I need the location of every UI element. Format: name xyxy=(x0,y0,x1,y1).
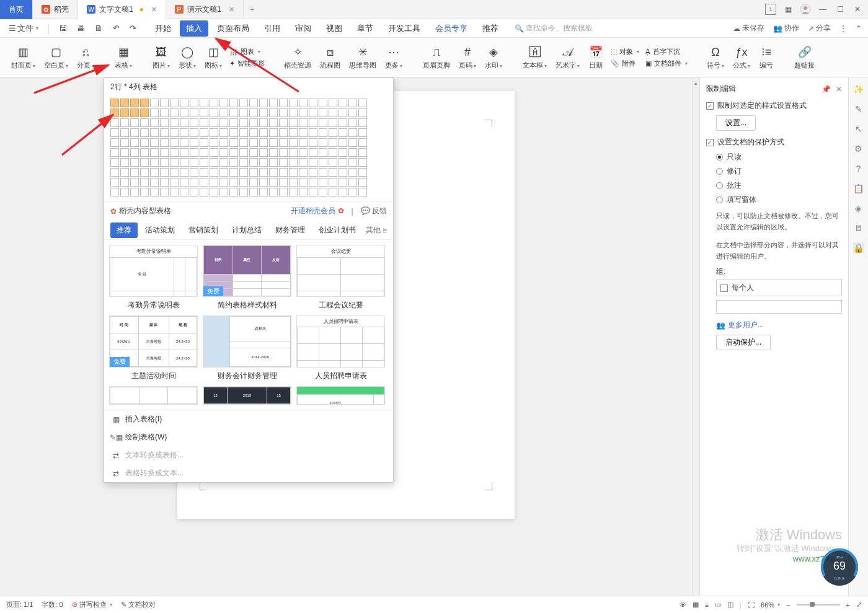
grid-cell[interactable] xyxy=(319,188,327,196)
header-footer-button[interactable]: ⎍页眉页脚 xyxy=(419,39,454,76)
textbox-button[interactable]: 🄰文本框▾ xyxy=(519,39,551,76)
template-item[interactable]: 会议纪要 工程会议纪要 xyxy=(296,245,385,311)
page-break-button[interactable]: ⎌分页▾ xyxy=(73,39,98,76)
grid-cell[interactable] xyxy=(289,188,298,196)
grid-cell[interactable] xyxy=(299,168,308,177)
grid-cell[interactable] xyxy=(348,128,357,137)
grid-cell[interactable] xyxy=(200,148,208,157)
grid-cell[interactable] xyxy=(348,138,357,147)
grid-cell[interactable] xyxy=(339,188,347,196)
grid-cell[interactable] xyxy=(259,108,268,117)
clipboard-icon[interactable]: 📋 xyxy=(853,183,864,194)
grid-cell[interactable] xyxy=(110,148,119,157)
page-number-button[interactable]: #页码▾ xyxy=(455,39,480,76)
grid-cell[interactable] xyxy=(180,168,188,177)
grid-cell[interactable] xyxy=(219,158,228,167)
object-button[interactable]: ⬚对象▾ xyxy=(608,46,642,57)
grid-cell[interactable] xyxy=(358,118,367,127)
zoom-level[interactable]: 66%▾ xyxy=(761,601,780,609)
grid-cell[interactable] xyxy=(269,178,278,187)
grid-cell[interactable] xyxy=(229,148,238,157)
grid-cell[interactable] xyxy=(130,158,139,167)
computer-icon[interactable]: 🖥 xyxy=(853,223,864,234)
smartart-button[interactable]: ✦智能图形 xyxy=(227,58,267,69)
grid-cell[interactable] xyxy=(289,99,298,107)
grid-cell[interactable] xyxy=(210,158,218,167)
speedometer-widget[interactable]: 69 0K/s 0.2K/s xyxy=(817,545,862,589)
grid-cell[interactable] xyxy=(160,158,169,167)
equation-button[interactable]: ƒx公式▾ xyxy=(729,39,754,76)
grid-cell[interactable] xyxy=(219,178,228,187)
grid-cell[interactable] xyxy=(120,158,129,167)
grid-cell[interactable] xyxy=(259,138,268,147)
grid-cell[interactable] xyxy=(319,118,327,127)
grid-cell[interactable] xyxy=(358,99,367,107)
draw-table-action[interactable]: ✎▦绘制表格(W) xyxy=(104,428,393,446)
grid-cell[interactable] xyxy=(229,128,238,137)
symbol-button[interactable]: Ω符号▾ xyxy=(703,39,728,76)
view-outline-icon[interactable]: ≡ xyxy=(705,601,709,609)
grid-cell[interactable] xyxy=(110,138,119,147)
grid-cell[interactable] xyxy=(309,108,317,117)
grid-cell[interactable] xyxy=(219,99,228,107)
apps-grid-icon[interactable]: ▦ xyxy=(782,4,794,15)
grid-cell[interactable] xyxy=(348,148,357,157)
grid-cell[interactable] xyxy=(319,99,327,107)
grid-cell[interactable] xyxy=(289,168,298,177)
grid-cell[interactable] xyxy=(150,158,159,167)
radio-readonly[interactable]: 只读 xyxy=(705,150,843,164)
undo-icon[interactable]: ↶ xyxy=(110,22,122,34)
grid-cell[interactable] xyxy=(309,128,317,137)
grid-cell[interactable] xyxy=(299,178,308,187)
grid-cell[interactable] xyxy=(339,148,347,157)
grid-cell[interactable] xyxy=(150,108,159,117)
collapse-ribbon-icon[interactable]: ⌃ xyxy=(856,24,862,33)
grid-cell[interactable] xyxy=(110,108,119,117)
grid-cell[interactable] xyxy=(339,99,347,107)
command-search[interactable]: 🔍 查找命令、搜索模板 xyxy=(515,23,593,33)
page-indicator[interactable]: 页面: 1/1 xyxy=(6,600,33,609)
template-item[interactable]: 2015年 xyxy=(296,386,385,405)
spell-check[interactable]: ⊘拼写检查▾ xyxy=(72,600,112,609)
grid-cell[interactable] xyxy=(358,188,367,196)
grid-cell[interactable] xyxy=(269,108,278,117)
diamond-icon[interactable]: ◈ xyxy=(853,203,864,214)
grid-cell[interactable] xyxy=(180,108,188,117)
grid-cell[interactable] xyxy=(229,118,238,127)
grid-cell[interactable] xyxy=(279,99,288,107)
grid-cell[interactable] xyxy=(110,168,119,177)
redo-icon[interactable]: ↷ xyxy=(127,22,139,34)
grid-cell[interactable] xyxy=(348,188,357,196)
docpart-button[interactable]: ▣文档部件▾ xyxy=(643,58,690,69)
radio-form[interactable]: 填写窗体 xyxy=(705,193,843,207)
template-item[interactable]: 考勤异常说明单项 目 考勤异常说明表 xyxy=(109,245,198,311)
grid-cell[interactable] xyxy=(329,188,337,196)
grid-cell[interactable] xyxy=(329,178,337,187)
grid-cell[interactable] xyxy=(150,99,159,107)
grid-cell[interactable] xyxy=(319,108,327,117)
grid-cell[interactable] xyxy=(219,108,228,117)
new-tab-button[interactable]: + xyxy=(244,4,261,14)
expand-icon[interactable]: ⤢ xyxy=(856,601,862,609)
grid-cell[interactable] xyxy=(180,118,188,127)
grid-cell[interactable] xyxy=(140,118,149,127)
grid-cell[interactable] xyxy=(269,188,278,196)
picture-button[interactable]: 🖼图片▾ xyxy=(149,39,174,76)
grid-cell[interactable] xyxy=(339,178,347,187)
more-button[interactable]: ⋯更多▾ xyxy=(381,39,406,76)
shapes-button[interactable]: ◯形状▾ xyxy=(175,39,200,76)
grid-cell[interactable] xyxy=(348,108,357,117)
cat-recommend[interactable]: 推荐 xyxy=(110,223,138,238)
grid-cell[interactable] xyxy=(120,118,129,127)
grid-cell[interactable] xyxy=(140,158,149,167)
grid-cell[interactable] xyxy=(210,108,218,117)
grid-cell[interactable] xyxy=(219,138,228,147)
grid-cell[interactable] xyxy=(348,118,357,127)
grid-cell[interactable] xyxy=(239,138,248,147)
numbering-button[interactable]: ⁝≡编号 xyxy=(755,39,777,76)
grid-cell[interactable] xyxy=(180,128,188,137)
hyperlink-button[interactable]: 🔗超链接 xyxy=(790,39,818,76)
grid-cell[interactable] xyxy=(170,158,179,167)
grid-cell[interactable] xyxy=(180,148,188,157)
grid-cell[interactable] xyxy=(120,108,129,117)
